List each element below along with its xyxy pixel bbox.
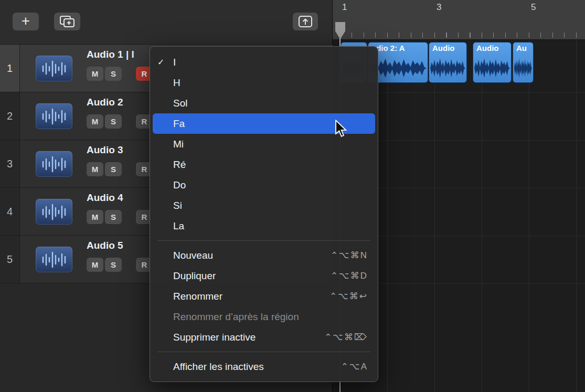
ruler-ticks <box>340 33 585 38</box>
mouse-cursor-icon <box>335 120 347 137</box>
shortcut-label: ⌃⌥⌘D <box>331 270 368 281</box>
menu-item-dupliquer[interactable]: Dupliquer ⌃⌥⌘D <box>153 266 375 286</box>
waveform-thumbnail-icon <box>36 56 72 81</box>
waveform-thumbnail-icon <box>36 247 72 272</box>
bar-ruler[interactable]: 1 3 5 <box>333 0 585 40</box>
menu-item-sol[interactable]: Sol <box>153 93 375 113</box>
menu-item-i[interactable]: ✓ I <box>153 52 375 72</box>
solo-button[interactable]: S <box>105 210 122 224</box>
menu-item-h[interactable]: H <box>153 72 375 93</box>
track-controls: M S R <box>87 67 153 81</box>
duplicate-track-button[interactable] <box>54 13 80 30</box>
shortcut-label: ⌃⌥⌘N <box>331 250 368 261</box>
track-controls: M S R <box>87 210 153 224</box>
track-header-toolbar: + <box>0 0 332 45</box>
menu-item-renommer[interactable]: Renommer ⌃⌥⌘↩ <box>153 286 375 306</box>
track-number: 5 <box>0 236 20 283</box>
region-waveform <box>474 56 510 80</box>
audio-region[interactable]: Audio <box>429 42 467 83</box>
track-number: 1 <box>0 45 20 92</box>
menu-item-re[interactable]: Ré <box>153 154 375 175</box>
track-name[interactable]: Audio 4 <box>87 192 123 204</box>
solo-button[interactable]: S <box>105 258 122 272</box>
mute-button[interactable]: M <box>87 114 103 129</box>
menu-item-si[interactable]: Si <box>153 195 375 216</box>
region-waveform <box>514 56 532 80</box>
waveform-thumbnail-icon <box>36 151 72 177</box>
track-controls: M S R <box>87 162 153 176</box>
ruler-bar-label: 5 <box>531 2 536 13</box>
track-number: 4 <box>0 188 20 235</box>
logic-pro-track-area: + 1 <box>0 0 585 392</box>
mute-button[interactable]: M <box>87 67 103 81</box>
shortcut-label: ⌃⌥⌘↩ <box>329 291 368 302</box>
ruler-bar-label: 3 <box>437 2 441 13</box>
menu-item-renommer-apres-region: Renommer d’après la région <box>153 306 375 327</box>
track-number: 2 <box>0 92 20 140</box>
menu-item-supprimer-inactive[interactable]: Supprimer inactive ⌃⌥⌘⌦ <box>153 327 375 347</box>
track-name[interactable]: Audio 2 <box>87 97 123 108</box>
waveform-thumbnail-icon <box>36 199 72 225</box>
track-name-context-menu: ✓ I H Sol Fa Mi Ré Do Si La Nouveau ⌃ <box>150 46 378 382</box>
track-name[interactable]: Audio 3 <box>87 144 123 156</box>
plus-icon: + <box>22 13 30 29</box>
shortcut-label: ⌃⌥⌘⌦ <box>324 332 368 343</box>
track-controls: M S R <box>87 258 153 272</box>
mute-button[interactable]: M <box>87 162 103 176</box>
menu-separator <box>157 352 370 352</box>
menu-separator <box>157 240 370 241</box>
region-label: Audio <box>473 43 511 54</box>
audio-region[interactable]: Audio <box>473 42 512 83</box>
solo-button[interactable]: S <box>105 67 122 81</box>
mute-button[interactable]: M <box>87 210 103 224</box>
menu-item-nouveau[interactable]: Nouveau ⌃⌥⌘N <box>153 245 375 266</box>
track-number: 3 <box>0 140 20 187</box>
track-name[interactable]: Audio 1 | I <box>87 49 134 60</box>
region-label: Audio <box>429 43 466 54</box>
ruler-bar-label: 1 <box>342 2 347 13</box>
waveform-thumbnail-icon <box>36 103 72 129</box>
checkmark-icon: ✓ <box>157 57 164 67</box>
solo-button[interactable]: S <box>105 114 122 129</box>
mute-button[interactable]: M <box>87 258 103 272</box>
region-label <box>341 43 367 45</box>
solo-button[interactable]: S <box>105 162 122 176</box>
add-track-button[interactable]: + <box>13 13 39 30</box>
shortcut-label: ⌃⌥A <box>341 361 368 372</box>
audio-region[interactable]: Au <box>513 42 534 83</box>
menu-item-do[interactable]: Do <box>153 175 375 195</box>
track-name[interactable]: Audio 5 <box>87 240 123 251</box>
region-waveform <box>430 56 465 80</box>
duplicate-track-icon <box>59 15 75 28</box>
track-controls: M S R <box>87 114 153 129</box>
region-label: Au <box>513 43 533 54</box>
hide-track-header-button[interactable] <box>293 13 318 30</box>
menu-item-afficher-inactives[interactable]: Afficher les inactives ⌃⌥A <box>153 356 375 377</box>
up-arrow-box-icon <box>298 15 313 28</box>
menu-item-la[interactable]: La <box>153 216 375 236</box>
